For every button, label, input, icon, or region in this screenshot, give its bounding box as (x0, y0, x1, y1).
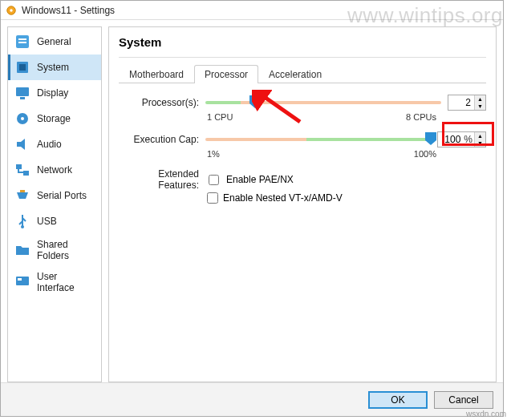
ui-icon (14, 274, 30, 290)
feature-label: Enable Nested VT-x/AMD-V (223, 192, 343, 204)
percent-unit: % (464, 132, 474, 147)
sidebar-label: Display (37, 87, 68, 99)
processor-spinbox[interactable]: ▲ ▼ (448, 95, 486, 111)
svg-rect-18 (18, 278, 22, 281)
tab-motherboard[interactable]: Motherboard (119, 65, 194, 83)
exec-cap-label: Execution Cap: (119, 134, 199, 145)
exec-cap-spinbox[interactable]: % ▲ ▼ (437, 131, 486, 147)
svg-rect-7 (16, 87, 29, 96)
ok-button[interactable]: OK (368, 391, 428, 409)
system-icon (14, 59, 30, 75)
slider-thumb[interactable] (425, 132, 436, 145)
svg-point-16 (21, 225, 24, 228)
sidebar-label: Shared Folders (37, 239, 95, 261)
dialog-footer: OK Cancel (1, 382, 503, 416)
sidebar-item-audio[interactable]: Audio (8, 131, 101, 157)
processor-input[interactable] (448, 95, 474, 110)
window-title: Windows11 - Settings (22, 5, 115, 16)
svg-rect-6 (19, 64, 26, 71)
sidebar-label: Serial Ports (37, 190, 87, 201)
proc-max-label: 8 CPUs (406, 112, 436, 122)
svg-marker-20 (425, 132, 436, 145)
spin-up[interactable]: ▲ (475, 132, 485, 139)
slider-thumb[interactable] (249, 95, 261, 108)
sidebar: General System Display Storage Audio Net… (7, 26, 102, 382)
svg-rect-15 (20, 190, 25, 192)
usb-icon (14, 213, 30, 229)
sidebar-label: User Interface (37, 271, 95, 293)
svg-rect-12 (16, 164, 22, 169)
tab-acceleration[interactable]: Acceleration (258, 65, 332, 83)
sidebar-label: System (37, 62, 69, 73)
sidebar-label: Audio (37, 139, 62, 150)
sidebar-item-usb[interactable]: USB (8, 208, 101, 234)
shared-folders-icon (14, 242, 30, 258)
general-icon (14, 34, 30, 50)
sidebar-item-network[interactable]: Network (8, 157, 101, 183)
extended-features-label: Extended Features: (119, 168, 199, 191)
svg-rect-3 (18, 38, 26, 40)
serial-icon (14, 188, 30, 204)
svg-point-10 (21, 117, 24, 120)
tabs: Motherboard Processor Acceleration (119, 64, 486, 83)
app-gear-icon (6, 5, 17, 16)
storage-icon (14, 111, 30, 127)
sidebar-item-serial-ports[interactable]: Serial Ports (8, 183, 101, 208)
sidebar-item-shared-folders[interactable]: Shared Folders (8, 234, 101, 266)
exec-cap-slider[interactable] (205, 132, 431, 147)
sidebar-label: Storage (37, 113, 71, 124)
exec-min-label: 1% (207, 149, 220, 159)
network-icon (14, 162, 30, 178)
feature-pae-nx[interactable]: Enable PAE/NX (205, 172, 486, 188)
svg-rect-8 (20, 97, 25, 99)
sidebar-item-general[interactable]: General (8, 29, 101, 55)
proc-min-label: 1 CPU (207, 112, 233, 122)
checkbox-pae-nx[interactable] (209, 175, 219, 185)
svg-marker-19 (249, 95, 261, 108)
svg-marker-14 (17, 192, 28, 199)
svg-point-1 (10, 9, 13, 12)
settings-window: Windows11 - Settings General System Disp… (0, 0, 504, 417)
checkbox-nested-vt[interactable] (207, 192, 218, 204)
sidebar-item-storage[interactable]: Storage (8, 106, 101, 131)
spin-down[interactable]: ▼ (475, 103, 485, 110)
content-panel: System Motherboard Processor Acceleratio… (108, 26, 497, 382)
spin-up[interactable]: ▲ (475, 95, 485, 103)
divider (119, 57, 486, 58)
section-title: System (119, 35, 486, 49)
display-icon (14, 85, 30, 101)
feature-label: Enable PAE/NX (226, 174, 294, 185)
svg-rect-4 (18, 42, 26, 43)
exec-max-label: 100% (414, 149, 436, 159)
sidebar-item-display[interactable]: Display (8, 80, 101, 106)
sidebar-item-user-interface[interactable]: User Interface (8, 266, 101, 298)
spin-down[interactable]: ▼ (475, 139, 485, 147)
sidebar-label: USB (37, 216, 57, 227)
audio-icon (14, 136, 30, 152)
cancel-button[interactable]: Cancel (434, 391, 493, 409)
sidebar-label: General (37, 36, 71, 47)
slider-track (205, 101, 441, 104)
sidebar-item-system[interactable]: System (8, 55, 101, 80)
tab-processor[interactable]: Processor (194, 65, 258, 83)
titlebar: Windows11 - Settings (1, 1, 503, 20)
slider-track (205, 138, 431, 141)
sidebar-label: Network (37, 164, 72, 176)
processors-label: Processor(s): (119, 97, 199, 108)
exec-cap-input[interactable] (438, 132, 464, 147)
svg-marker-11 (17, 139, 25, 150)
processor-slider[interactable] (205, 95, 441, 110)
svg-rect-17 (16, 277, 29, 285)
